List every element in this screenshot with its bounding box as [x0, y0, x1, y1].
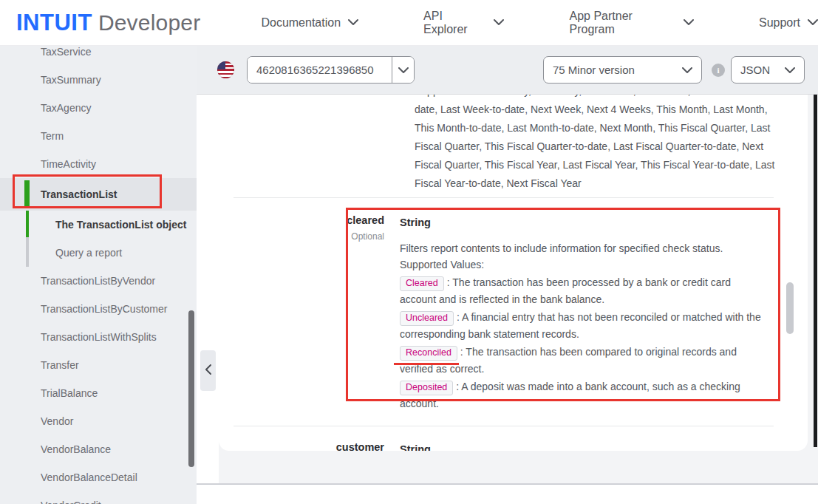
format-value: JSON: [740, 64, 770, 76]
nav-api-explorer[interactable]: API Explorer: [423, 10, 504, 36]
sidebar-item-vendorbalance[interactable]: VendorBalance: [0, 435, 197, 463]
attribute-name: cleared: [219, 214, 384, 226]
main-nav: Documentation API Explorer App Partner P…: [261, 10, 818, 36]
sidebar-item-label: TransactionListWithSplits: [41, 331, 157, 343]
chevron-down-icon: [494, 19, 504, 26]
sidebar-item-label: Query a report: [55, 247, 122, 259]
sidebar-item-label: TimeActivity: [41, 158, 96, 170]
attribute-detail-column: String: [400, 437, 765, 451]
chevron-down-icon: [398, 64, 409, 77]
window-scrollbar-dark[interactable]: [814, 95, 817, 447]
clipped-text-line: Supported Values: Today, Yesterday, This…: [415, 95, 780, 101]
nav-api-explorer-label: API Explorer: [423, 10, 486, 36]
intuit-developer-docs-page: INTUIT Developer Documentation API Explo…: [0, 0, 818, 504]
nav-app-partner-program-label: App Partner Program: [569, 10, 675, 36]
value-badge: Deposited: [400, 381, 453, 395]
sidebar-item-label: TaxService: [41, 46, 91, 58]
sidebar-item-taxsummary[interactable]: TaxSummary: [0, 66, 197, 94]
company-id-dropdown-button[interactable]: [392, 57, 414, 83]
sidebar-subitem-query-a-report[interactable]: Query a report: [0, 239, 197, 267]
supported-value-reconciled: Reconciled: The transaction has been com…: [400, 344, 765, 377]
divider: [234, 197, 774, 198]
sidebar-item-label: TaxAgency: [41, 102, 91, 114]
sidebar-item-label: TrialBalance: [41, 387, 98, 399]
sidebar-item-transactionlistwithsplits[interactable]: TransactionListWithSplits: [0, 323, 197, 351]
date-macros-paragraph: Supported Values: Today, Yesterday, This…: [415, 95, 780, 193]
supported-value-deposited: Deposited: A deposit was made into a ban…: [400, 378, 765, 412]
sidebar-item-vendor[interactable]: Vendor: [0, 407, 197, 435]
tree-connector-green: [26, 211, 29, 237]
sidebar-scrollbar[interactable]: [188, 310, 194, 467]
attribute-type: String: [400, 441, 765, 451]
sidebar-item-taxservice[interactable]: TaxService: [0, 46, 197, 66]
company-id-control: [247, 56, 415, 84]
sidebar-item-label: The TransactionList object: [55, 219, 186, 231]
top-header: INTUIT Developer Documentation API Explo…: [0, 0, 818, 46]
value-badge: Cleared: [400, 276, 444, 291]
attribute-label-column: cleared Optional: [219, 210, 400, 412]
cleared-attribute-row: cleared Optional String Filters report c…: [219, 210, 808, 412]
chevron-down-icon: [785, 64, 795, 76]
sidebar-item-label: TransactionList: [41, 188, 117, 200]
sidebar-collapse-handle[interactable]: [200, 350, 216, 391]
attribute-name: customer: [219, 441, 384, 451]
value-text: : The transaction has been processed by …: [400, 276, 731, 305]
sidebar-item-transfer[interactable]: Transfer: [0, 351, 197, 379]
format-select[interactable]: JSON: [731, 56, 805, 84]
divider: [234, 426, 774, 426]
attribute-type: String: [400, 214, 765, 231]
chevron-down-icon: [808, 19, 818, 26]
sidebar-item-timeactivity[interactable]: TimeActivity: [0, 150, 197, 178]
sidebar-item-vendorcredit[interactable]: VendorCredit: [0, 491, 197, 504]
nav-documentation[interactable]: Documentation: [261, 16, 358, 30]
us-flag-icon[interactable]: [217, 61, 234, 78]
date-macros-text: date, Last Week-to-date, Next Week, Next…: [415, 101, 780, 193]
customer-attribute-row: customer String: [219, 437, 808, 451]
sidebar-item-label: Transfer: [41, 359, 79, 371]
sidebar-item-transactionlistbycustomer[interactable]: TransactionListByCustomer: [0, 295, 197, 323]
supported-value-cleared: Cleared: The transaction has been proces…: [400, 274, 765, 307]
value-badge: Uncleared: [400, 311, 454, 326]
minor-version-select[interactable]: 75 Minor version: [543, 56, 702, 84]
supported-value-uncleared: Uncleared: A financial entry that has no…: [400, 309, 765, 342]
next-section-card-edge: [197, 483, 818, 504]
sidebar-item-label: TransactionListByCustomer: [41, 303, 167, 315]
entity-sidebar: TaxService TaxSummary TaxAgency Term Tim…: [0, 46, 197, 504]
intuit-developer-logo[interactable]: INTUIT Developer: [16, 10, 200, 36]
sidebar-item-vendorbalancedetail[interactable]: VendorBalanceDetail: [0, 463, 197, 491]
nav-support-label: Support: [759, 16, 800, 30]
nav-documentation-label: Documentation: [261, 16, 341, 30]
chevron-down-icon: [348, 19, 358, 26]
sidebar-item-label: Vendor: [41, 415, 73, 427]
sidebar-item-label: VendorCredit: [41, 500, 101, 504]
chevron-left-icon: [205, 364, 211, 378]
sidebar-item-label: TaxSummary: [41, 74, 101, 86]
info-icon[interactable]: i: [712, 64, 725, 77]
sidebar-item-taxagency[interactable]: TaxAgency: [0, 94, 197, 122]
sidebar-item-term[interactable]: Term: [0, 122, 197, 150]
doc-content-area: Supported Values: Today, Yesterday, This…: [197, 95, 818, 504]
value-text: : A financial entry that has not been re…: [400, 311, 761, 340]
content-scrollbar[interactable]: [786, 282, 794, 334]
attribute-description: Filters report contents to include infor…: [400, 240, 765, 412]
chevron-down-icon: [682, 64, 692, 76]
attribute-detail-column: String Filters report contents to includ…: [400, 210, 765, 412]
nav-support[interactable]: Support: [759, 16, 818, 30]
sidebar-item-label: TransactionListByVendor: [41, 275, 155, 287]
attribute-label-column: customer: [219, 437, 400, 451]
nav-app-partner-program[interactable]: App Partner Program: [569, 10, 693, 36]
sidebar-item-transactionlist-selected[interactable]: TransactionList: [0, 178, 197, 211]
sidebar-item-trialbalance[interactable]: TrialBalance: [0, 379, 197, 407]
minor-version-value: 75 Minor version: [553, 64, 635, 76]
sidebar-subitem-transactionlist-object[interactable]: The TransactionList object: [0, 211, 197, 239]
attribute-doc-card: Supported Values: Today, Yesterday, This…: [219, 95, 808, 451]
chevron-down-icon: [684, 19, 694, 26]
attribute-requirement: Optional: [219, 231, 384, 242]
sidebar-item-transactionlistbyvendor[interactable]: TransactionListByVendor: [0, 267, 197, 295]
company-id-input[interactable]: [248, 57, 392, 83]
tree-connector-gray: [26, 237, 29, 267]
value-badge-red-underline: Reconciled: [400, 346, 457, 361]
sidebar-item-label: Term: [41, 130, 64, 142]
sidebar-item-label: VendorBalance: [41, 443, 111, 455]
api-toolbar: 75 Minor version i JSON: [197, 46, 818, 95]
